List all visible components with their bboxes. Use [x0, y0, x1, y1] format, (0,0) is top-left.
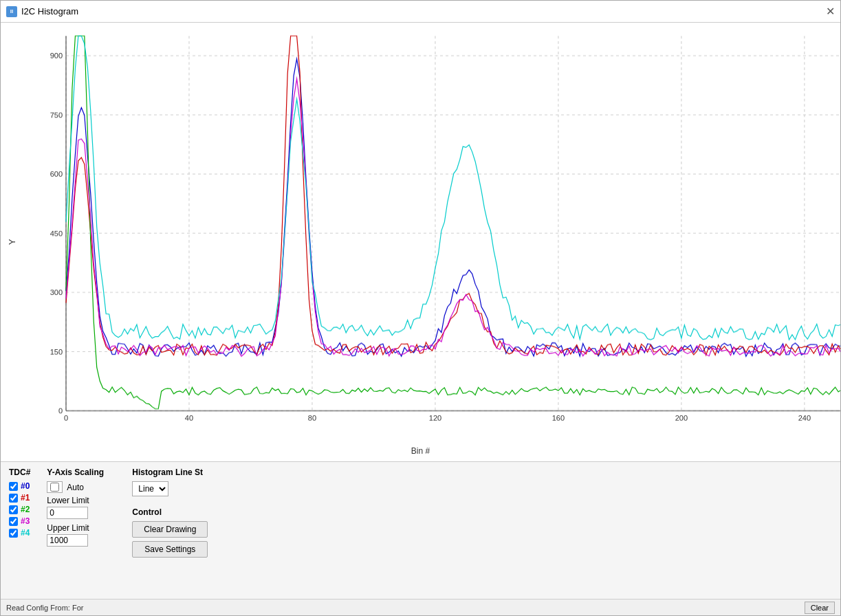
line-select-row: Line	[132, 481, 208, 496]
upper-limit-label: Upper Limit	[47, 523, 116, 533]
tdc-item-0: #0	[9, 481, 30, 491]
chart-area: Y Bin #	[1, 23, 840, 461]
save-settings-button[interactable]: Save Settings	[132, 541, 208, 558]
tdc-checkbox-0[interactable]	[9, 482, 18, 491]
yscaling-section: Y-Axis Scaling Auto Lower Limit Upper Li…	[47, 468, 116, 551]
tdc-label-0: #0	[21, 481, 30, 491]
main-window: II I2C Histogram ✕ Y Bin # TDC# #0 #1	[0, 0, 841, 616]
tdc-label-1: #1	[21, 493, 30, 503]
app-icon: II	[6, 6, 17, 17]
tdc-list: #0 #1 #2 #3 #4	[9, 481, 30, 538]
clear-drawing-button[interactable]: Clear Drawing	[132, 521, 208, 538]
tdc-item-2: #2	[9, 505, 30, 514]
y-axis-label: Y	[7, 239, 17, 245]
tdc-section: TDC# #0 #1 #2 #3	[9, 468, 30, 538]
status-left: Read Config From: For	[6, 604, 83, 612]
tdc-item-3: #3	[9, 516, 30, 526]
right-controls: Histogram Line St Line Control Clear Dra…	[132, 468, 208, 561]
histogram-chart	[39, 26, 840, 430]
auto-row: Auto	[47, 481, 116, 493]
x-axis-label: Bin #	[411, 446, 430, 456]
tdc-label-2: #2	[21, 505, 30, 514]
bottom-panel: TDC# #0 #1 #2 #3	[1, 461, 840, 599]
histogram-header: Histogram Line St	[132, 468, 208, 477]
tdc-checkbox-4[interactable]	[9, 529, 18, 538]
line-style-select[interactable]: Line	[132, 481, 168, 496]
tdc-label-3: #3	[21, 516, 30, 526]
status-bar: Read Config From: For Clear	[1, 599, 840, 615]
control-section: Control Clear Drawing Save Settings	[132, 507, 208, 561]
lower-limit-label: Lower Limit	[47, 496, 116, 505]
close-button[interactable]: ✕	[826, 6, 835, 17]
histogram-section: Histogram Line St Line	[132, 468, 208, 502]
tdc-checkbox-3[interactable]	[9, 517, 18, 526]
title-bar: II I2C Histogram ✕	[1, 1, 840, 23]
yscaling-header: Y-Axis Scaling	[47, 468, 116, 477]
upper-limit-input[interactable]	[47, 534, 88, 547]
window-title: I2C Histogram	[21, 6, 78, 16]
tdc-checkbox-1[interactable]	[9, 494, 18, 503]
lower-limit-input[interactable]	[47, 507, 88, 519]
auto-checkbox-wrap	[47, 481, 63, 493]
auto-checkbox[interactable]	[50, 483, 59, 492]
tdc-item-1: #1	[9, 493, 30, 503]
tdc-header: TDC#	[9, 468, 30, 477]
title-bar-left: II I2C Histogram	[6, 6, 78, 17]
tdc-item-4: #4	[9, 528, 30, 538]
status-clear-button[interactable]: Clear	[805, 602, 835, 614]
control-header: Control	[132, 507, 208, 517]
tdc-checkbox-2[interactable]	[9, 505, 18, 514]
tdc-label-4: #4	[21, 528, 30, 538]
auto-label: Auto	[67, 483, 84, 492]
